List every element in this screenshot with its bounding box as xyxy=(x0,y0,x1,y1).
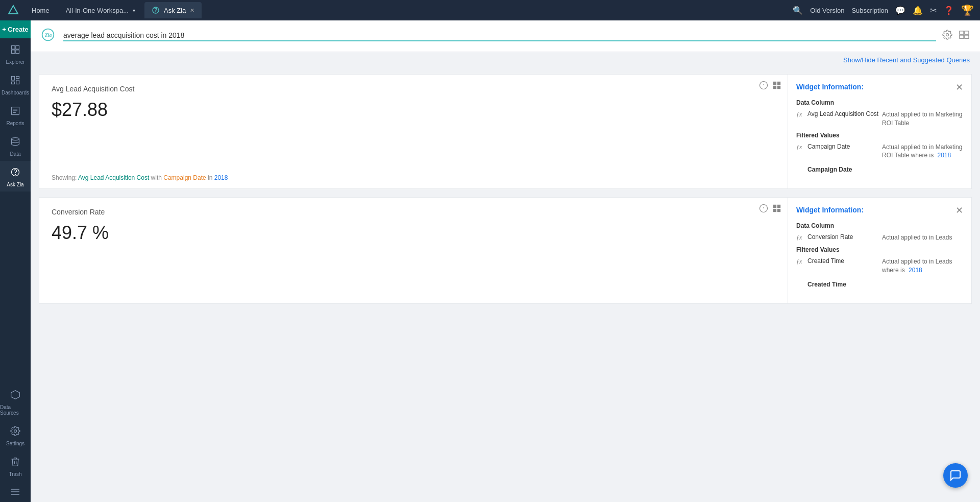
wip-2-filter-name: Created Time xyxy=(807,257,879,265)
wip-2-filter-label-row: Created Time xyxy=(796,279,963,291)
reports-icon xyxy=(10,106,20,118)
tab-home[interactable]: Home xyxy=(24,2,57,18)
explorer-icon xyxy=(10,44,20,57)
suggested-queries-bar[interactable]: Show/Hide Recent and Suggested Queries xyxy=(31,52,980,68)
wip-2-filter-link[interactable]: 2018 xyxy=(909,267,922,274)
svg-rect-9 xyxy=(16,80,19,84)
wip-1-filter-label: Campaign Date xyxy=(807,166,852,173)
wip-1-filter-link[interactable]: 2018 xyxy=(938,152,951,159)
svg-rect-36 xyxy=(777,86,780,89)
create-button[interactable]: + Create xyxy=(0,20,31,38)
widget-info-panel-2: Widget Information: ✕ Data Column ƒx Con… xyxy=(788,197,972,303)
reports-label: Reports xyxy=(6,121,24,126)
close-tab-icon[interactable]: ✕ xyxy=(190,8,194,13)
scissors-icon[interactable]: ✂ xyxy=(930,6,937,15)
fx-icon-3: ƒx xyxy=(796,234,804,242)
wip-2-col-desc: Actual applied to in Leads xyxy=(882,233,952,242)
help-icon[interactable]: ❓ xyxy=(944,6,954,15)
wip-2-filtered-header: Filtered Values xyxy=(796,246,963,253)
sidebar-item-dashboards[interactable]: Dashboards xyxy=(0,69,31,100)
wip-1-filter-label-row: Campaign Date xyxy=(796,164,963,176)
widget-1-footer-with: with xyxy=(151,174,162,181)
wip-2-filter-label: Created Time xyxy=(807,281,846,288)
bell-icon[interactable]: 🔔 xyxy=(913,6,923,15)
explorer-label: Explorer xyxy=(6,59,24,65)
wip-2-col-name: Conversion Rate xyxy=(807,233,879,241)
query-bar: Zia xyxy=(31,20,980,52)
sidebar-item-explorer[interactable]: Explorer xyxy=(0,38,31,69)
wip-2-filter-row: ƒx Created Time Actual applied to in Lea… xyxy=(796,257,963,275)
widget-1-footer: Showing: Avg Lead Acquisition Cost with … xyxy=(52,174,228,181)
topbar: Home All-in-One Workspa... ▾ Ask Zia ✕ 🔍… xyxy=(0,0,980,20)
widget-grid-icon[interactable] xyxy=(772,81,781,92)
wip-1-filtered-header: Filtered Values xyxy=(796,132,963,139)
sidebar-item-ask-zia[interactable]: Ask Zia xyxy=(0,161,31,192)
svg-rect-35 xyxy=(773,86,776,89)
fx-icon-1: ƒx xyxy=(796,111,804,118)
widget-1-footer-val[interactable]: 2018 xyxy=(214,174,228,181)
wip-1-col-name: Avg Lead Acquisition Cost xyxy=(807,110,879,117)
widget-2-value: 49.7 % xyxy=(52,222,775,244)
view-toggle-icon[interactable] xyxy=(959,30,970,42)
widget-card-2-header xyxy=(759,204,781,215)
widget-1-footer-col[interactable]: Avg Lead Acquisition Cost xyxy=(78,174,149,181)
content-area: Avg Lead Acquisition Cost $27.88 Showing… xyxy=(31,68,980,310)
svg-point-17 xyxy=(15,174,15,175)
query-settings-icon[interactable] xyxy=(942,30,952,42)
wip-1-close-icon[interactable]: ✕ xyxy=(955,83,963,92)
widget-2-grid-icon[interactable] xyxy=(772,204,781,215)
widget-info-icon[interactable] xyxy=(759,81,768,92)
data-icon xyxy=(10,136,20,149)
svg-text:Zia: Zia xyxy=(44,32,52,38)
query-input[interactable] xyxy=(63,31,936,41)
sidebar-item-reports[interactable]: Reports xyxy=(0,100,31,130)
wip-1-title: Widget Information: xyxy=(796,83,864,91)
wip-1-filter-name: Campaign Date xyxy=(807,143,879,150)
chat-fab-button[interactable] xyxy=(943,463,968,488)
svg-point-15 xyxy=(12,138,19,140)
topbar-right: 🔍 Old Version Subscription 💬 🔔 ✂ ❓ 🏆 xyxy=(793,4,974,16)
svg-rect-42 xyxy=(773,209,776,212)
query-bar-actions xyxy=(942,30,970,42)
wip-1-header: Widget Information: ✕ xyxy=(796,83,963,92)
user-avatar[interactable]: 🏆 xyxy=(961,4,974,16)
wip-1-filter-desc: Actual applied to in Marketing ROI Table… xyxy=(882,143,963,160)
app-logo xyxy=(6,3,20,17)
zia-logo: Zia xyxy=(41,28,57,44)
data-sources-icon xyxy=(10,390,20,402)
widget-1-footer-prefix: Showing: xyxy=(52,174,77,181)
old-version-link[interactable]: Old Version xyxy=(810,7,844,14)
svg-rect-28 xyxy=(960,35,964,38)
sidebar-item-data-sources[interactable]: Data Sources xyxy=(0,384,31,420)
sidebar: + Create Explorer Dashboards Reports Dat xyxy=(0,20,31,502)
trash-label: Trash xyxy=(9,471,21,477)
sidebar-item-data[interactable]: Data xyxy=(0,130,31,161)
widget-1-footer-in: in xyxy=(208,174,212,181)
widget-1-title: Avg Lead Acquisition Cost xyxy=(52,85,775,93)
settings-label: Settings xyxy=(6,441,24,446)
widget-2-info-icon[interactable] xyxy=(759,204,768,215)
svg-rect-6 xyxy=(16,50,19,54)
widget-info-panel-1: Widget Information: ✕ Data Column ƒx Avg… xyxy=(788,74,972,189)
wip-1-col-desc: Actual applied to in Marketing ROI Table xyxy=(882,110,963,128)
suggested-queries-link[interactable]: Show/Hide Recent and Suggested Queries xyxy=(843,56,970,64)
tab-ask-zia[interactable]: Ask Zia ✕ xyxy=(144,2,202,18)
svg-marker-0 xyxy=(9,6,18,14)
wip-2-title: Widget Information: xyxy=(796,206,864,214)
svg-rect-7 xyxy=(12,77,15,81)
svg-rect-26 xyxy=(960,31,964,34)
wip-2-close-icon[interactable]: ✕ xyxy=(955,206,963,215)
search-icon[interactable]: 🔍 xyxy=(793,6,803,15)
sidebar-item-settings[interactable]: Settings xyxy=(0,420,31,450)
chat-icon[interactable]: 💬 xyxy=(895,6,905,15)
subscription-link[interactable]: Subscription xyxy=(851,7,888,14)
sidebar-item-trash[interactable]: Trash xyxy=(0,450,31,481)
dashboards-icon xyxy=(10,75,20,88)
tab-workspace[interactable]: All-in-One Workspa... ▾ xyxy=(59,2,142,18)
widget-1-footer-filter[interactable]: Campaign Date xyxy=(163,174,206,181)
settings-icon xyxy=(10,426,20,439)
sidebar-item-more[interactable] xyxy=(0,481,31,502)
svg-rect-41 xyxy=(777,205,780,208)
svg-rect-40 xyxy=(773,205,776,208)
svg-rect-27 xyxy=(965,31,969,34)
